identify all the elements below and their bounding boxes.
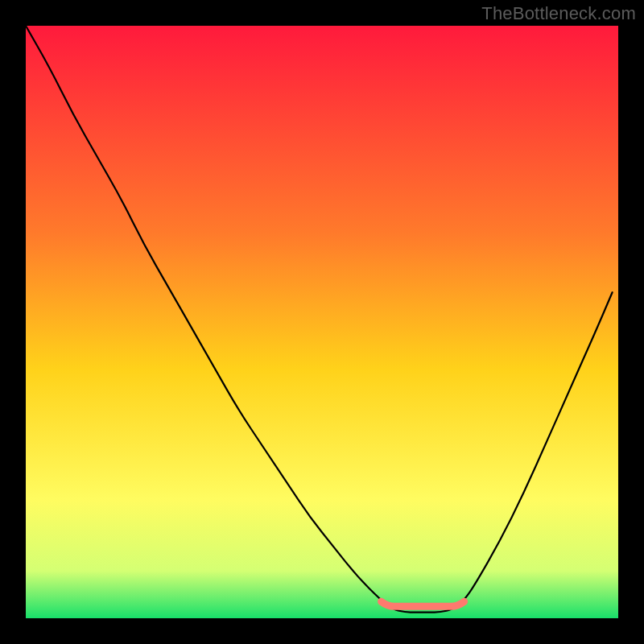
plot-area	[26, 26, 618, 618]
chart-frame: TheBottleneck.com	[0, 0, 644, 644]
watermark-label: TheBottleneck.com	[481, 3, 636, 24]
bottleneck-curve-chart	[26, 26, 618, 618]
gradient-background	[26, 26, 618, 618]
